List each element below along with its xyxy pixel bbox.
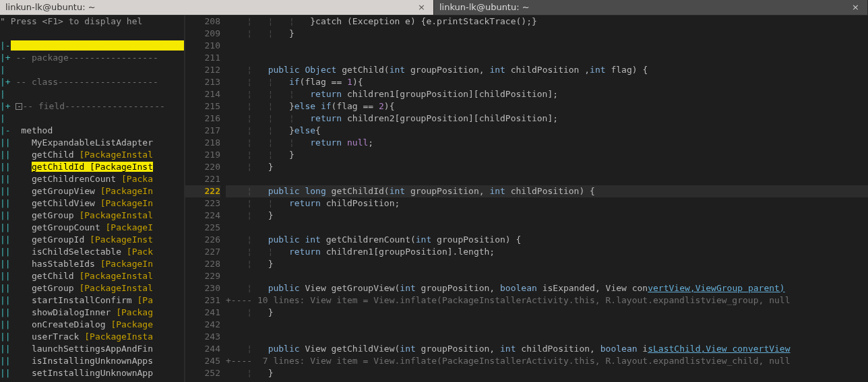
tagbar-item[interactable]: || showDialogInner [Packag xyxy=(0,307,184,319)
code-line[interactable]: ¦ ¦ } xyxy=(226,28,868,40)
code-line[interactable]: ¦ ¦ } xyxy=(226,149,868,161)
line-number: 209 xyxy=(185,28,220,40)
line-number: 222 xyxy=(185,185,220,197)
code-line[interactable]: ¦ } xyxy=(226,210,868,222)
code-line[interactable]: ¦ ¦ return children1[groupPosition].leng… xyxy=(226,246,868,258)
terminal-tab-2[interactable]: linkun-lk@ubuntu: ~ × xyxy=(434,0,868,15)
terminal-tab-1[interactable]: linkun-lk@ubuntu: ~ × xyxy=(0,0,434,15)
code-area[interactable]: ¦ ¦ ¦ }catch (Exception e) {e.printStack… xyxy=(226,15,868,382)
line-number: 241 xyxy=(185,307,220,319)
tab-title: linkun-lk@ubuntu: ~ xyxy=(5,1,96,13)
line-number: 210 xyxy=(185,40,220,52)
code-line[interactable]: ¦ ¦ if(flag == 1){ xyxy=(226,76,868,88)
code-line[interactable]: ¦ ¦ ¦ return null; xyxy=(226,137,868,149)
blank-line xyxy=(0,28,184,40)
tagbar-item[interactable]: || getGroupId [PackageInst xyxy=(0,234,184,246)
code-line[interactable] xyxy=(226,40,868,52)
tagbar-item[interactable]: || getChild [PackageInstal xyxy=(0,149,184,161)
tagbar-item[interactable]: || onCreateDialog [Package xyxy=(0,319,184,331)
line-number: 216 xyxy=(185,113,220,125)
line-number: 211 xyxy=(185,52,220,64)
blank-line: | xyxy=(0,64,184,76)
tagbar-item[interactable]: || isChildSelectable [Pack xyxy=(0,246,184,258)
line-number: 244 xyxy=(185,343,220,355)
code-line[interactable]: ¦ ¦ ¦ }catch (Exception e) {e.printStack… xyxy=(226,15,868,28)
line-number: 229 xyxy=(185,270,220,282)
tagbar-item[interactable]: || setInstallingUnknownApp xyxy=(0,367,184,379)
tab-title: linkun-lk@ubuntu: ~ xyxy=(439,1,530,13)
tagbar-item[interactable]: || getChildView [PackageIn xyxy=(0,197,184,210)
line-number: 226 xyxy=(185,234,220,246)
code-line[interactable]: +---- 7 lines: View item = View.inflate(… xyxy=(226,355,868,367)
line-number: 242 xyxy=(185,319,220,331)
code-line[interactable]: +---- 10 lines: View item = View.inflate… xyxy=(226,294,868,307)
tagbar-item[interactable]: || getGroupCount [PackageI xyxy=(0,222,184,234)
line-number: 227 xyxy=(185,246,220,258)
code-line[interactable]: ¦ ¦ }else{ xyxy=(226,125,868,137)
line-number: 220 xyxy=(185,161,220,173)
line-number: 243 xyxy=(185,331,220,343)
code-line[interactable]: ¦ public View getGroupView(int groupPosi… xyxy=(226,282,868,294)
code-line[interactable]: ¦ public int getChildrenCount(int groupP… xyxy=(226,234,868,246)
redacted-line: |- XXXXXXXXXXXXXXXXXXXXXXXXXXXXXXX xyxy=(0,40,184,52)
line-number: 223 xyxy=(185,197,220,210)
code-line[interactable]: ¦ } xyxy=(226,307,868,319)
code-line[interactable] xyxy=(226,319,868,331)
tagbar-item[interactable]: || startInstallConfirm [Pa xyxy=(0,294,184,307)
line-number: 214 xyxy=(185,88,220,100)
code-line[interactable]: ¦ public View getChildView(int groupPosi… xyxy=(226,343,868,355)
tab-bar: linkun-lk@ubuntu: ~ × linkun-lk@ubuntu: … xyxy=(0,0,868,15)
close-icon[interactable]: × xyxy=(849,1,862,13)
code-line[interactable]: ¦ public long getChildId(int groupPositi… xyxy=(226,185,868,197)
line-gutter: 2082092102112122132142152162172182192202… xyxy=(185,15,226,382)
line-number: 212 xyxy=(185,64,220,76)
code-line[interactable]: ¦ ¦ ¦ return children1[groupPosition][ch… xyxy=(226,88,868,100)
code-line[interactable] xyxy=(226,222,868,234)
line-number: 218 xyxy=(185,137,220,149)
workspace: " Press <F1> to display hel |- XXXXXXXXX… xyxy=(0,15,868,382)
code-line[interactable]: ¦ public Object getChild(int groupPositi… xyxy=(226,64,868,76)
code-line[interactable]: ¦ ¦ }else if(flag == 2){ xyxy=(226,100,868,113)
tagbar-item[interactable]: || getChild [PackageInstal xyxy=(0,270,184,282)
line-number: 219 xyxy=(185,149,220,161)
tagbar-item[interactable]: || getGroupView [PackageIn xyxy=(0,185,184,197)
line-number: 231 xyxy=(185,294,220,307)
tagbar-item[interactable]: || getGroup [PackageInstal xyxy=(0,282,184,294)
line-number: 224 xyxy=(185,210,220,222)
help-hint: " Press <F1> to display hel xyxy=(0,15,184,28)
section-field[interactable]: |+ --- field------------------- xyxy=(0,100,184,113)
tagbar-item[interactable]: || getGroup [PackageInstal xyxy=(0,210,184,222)
section-class[interactable]: |+ -- class------------------- xyxy=(0,76,184,88)
code-line[interactable] xyxy=(226,173,868,185)
code-line[interactable]: ¦ ¦ return childPosition; xyxy=(226,197,868,210)
tagbar-item[interactable]: || userTrack [PackageInsta xyxy=(0,331,184,343)
close-icon[interactable]: × xyxy=(415,1,428,13)
code-line[interactable] xyxy=(226,270,868,282)
blank-line: | xyxy=(0,113,184,125)
section-package[interactable]: |+ -- package----------------- xyxy=(0,52,184,64)
tagbar-sidebar[interactable]: " Press <F1> to display hel |- XXXXXXXXX… xyxy=(0,15,185,382)
tagbar-item[interactable]: || launchSettingsAppAndFin xyxy=(0,343,184,355)
code-line[interactable]: ¦ ¦ ¦ return children2[groupPosition][ch… xyxy=(226,113,868,125)
code-line[interactable]: ¦ } xyxy=(226,161,868,173)
line-number: 208 xyxy=(185,15,220,28)
code-line[interactable]: ¦ } xyxy=(226,258,868,270)
line-number: 215 xyxy=(185,100,220,113)
section-method[interactable]: |- method xyxy=(0,125,184,137)
line-number: 221 xyxy=(185,173,220,185)
line-number: 245 xyxy=(185,355,220,367)
tagbar-item[interactable]: || isInstallingUnknownApps xyxy=(0,355,184,367)
line-number: 217 xyxy=(185,125,220,137)
tagbar-item[interactable]: || getChildrenCount [Packa xyxy=(0,173,184,185)
line-number: 252 xyxy=(185,367,220,379)
code-line[interactable] xyxy=(226,52,868,64)
tagbar-item[interactable]: || getChildId [PackageInst xyxy=(0,161,184,173)
code-line[interactable]: ¦ } xyxy=(226,367,868,379)
line-number: 230 xyxy=(185,282,220,294)
code-editor[interactable]: 2082092102112122132142152162172182192202… xyxy=(185,15,868,382)
line-number: 225 xyxy=(185,222,220,234)
tagbar-item[interactable]: || hasStableIds [PackageIn xyxy=(0,258,184,270)
code-line[interactable] xyxy=(226,331,868,343)
fold-minus-icon[interactable]: - xyxy=(16,103,22,110)
tagbar-item[interactable]: || MyExpandableListAdapter xyxy=(0,137,184,149)
